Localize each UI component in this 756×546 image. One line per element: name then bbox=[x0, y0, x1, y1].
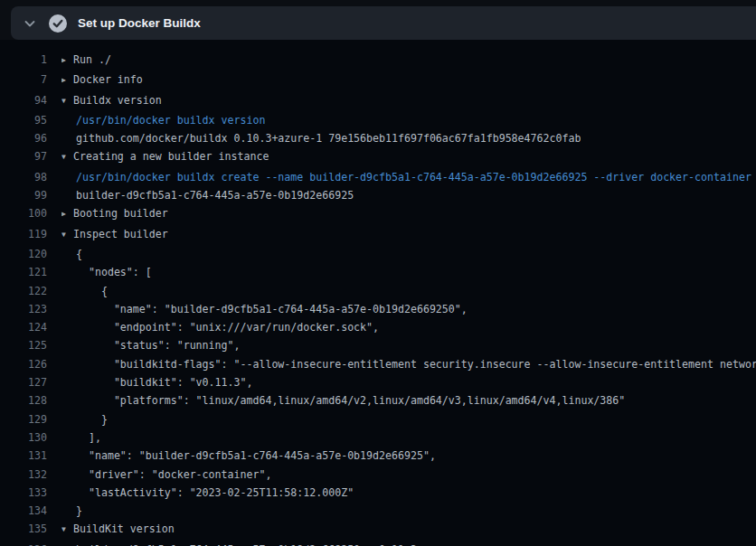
log-output-text: "name": "builder-d9cfb5a1-c764-445a-a57e… bbox=[76, 447, 436, 465]
line-number-link[interactable]: 135 bbox=[0, 520, 47, 540]
log-line: 133 "lastActivity": "2023-02-25T11:58:12… bbox=[0, 484, 756, 502]
log-output-text: "buildkit": "v0.11.3", bbox=[76, 373, 252, 391]
log-line: 98/usr/bin/docker buildx create --name b… bbox=[0, 168, 756, 186]
line-number-link[interactable]: 124 bbox=[0, 318, 47, 336]
line-number-link[interactable]: 129 bbox=[0, 410, 47, 428]
log-output-text: "status": "running", bbox=[76, 336, 240, 354]
log-group-row: 94▼Buildx version bbox=[0, 91, 756, 111]
line-number-link[interactable]: 136 bbox=[0, 541, 47, 546]
log-output-text: builder-d9cfb5a1-c764-445a-a57e-0b19d2e6… bbox=[76, 186, 354, 204]
log-group-label: Inspect builder bbox=[73, 228, 168, 240]
log-line: 96github.com/docker/buildx 0.10.3+azure-… bbox=[0, 129, 756, 147]
line-number-link[interactable]: 122 bbox=[0, 282, 47, 300]
log-group-toggle[interactable]: ▼Creating a new builder instance bbox=[61, 147, 269, 167]
log-group-label: Run ./ bbox=[73, 53, 111, 66]
line-number-link[interactable]: 133 bbox=[0, 484, 47, 502]
log-output-text: } bbox=[76, 502, 82, 520]
triangle-right-icon: ▶ bbox=[61, 52, 69, 70]
line-number-link[interactable]: 128 bbox=[0, 391, 47, 410]
line-number-link[interactable]: 131 bbox=[0, 447, 47, 465]
log-group-toggle[interactable]: ▼BuildKit version bbox=[61, 520, 175, 540]
log-output-text: ], bbox=[76, 428, 101, 447]
log-group-row: 100▶Booting builder bbox=[0, 204, 756, 224]
log-line: 122 { bbox=[0, 282, 756, 300]
log-group-row: 119▼Inspect builder bbox=[0, 225, 756, 245]
log-output-text: } bbox=[76, 410, 108, 428]
line-number-link[interactable]: 119 bbox=[0, 225, 47, 245]
line-number-link[interactable]: 134 bbox=[0, 502, 47, 520]
log-output-text: builder-d9cfb5a1-c764-445a-a57e-0b19d2e6… bbox=[76, 541, 417, 546]
log-group-row: 135▼BuildKit version bbox=[0, 520, 756, 540]
log-group-row: 7▶Docker info bbox=[0, 71, 756, 90]
log-group-label: BuildKit version bbox=[73, 522, 175, 535]
line-number-link[interactable]: 1 bbox=[0, 51, 47, 71]
log-group-label: Creating a new builder instance bbox=[73, 150, 269, 163]
line-number-link[interactable]: 123 bbox=[0, 300, 47, 318]
log-group-label: Buildx version bbox=[73, 94, 162, 107]
log-command-text: /usr/bin/docker buildx version bbox=[76, 111, 265, 129]
line-number-link[interactable]: 97 bbox=[0, 147, 47, 167]
triangle-right-icon: ▶ bbox=[61, 205, 69, 223]
line-number-link[interactable]: 132 bbox=[0, 466, 47, 484]
triangle-down-icon: ▼ bbox=[61, 521, 69, 539]
log-group-label: Docker info bbox=[73, 73, 143, 86]
log-line: 121 "nodes": [ bbox=[0, 263, 756, 281]
log-output-text: { bbox=[76, 282, 108, 300]
log-area: 1▶Run ./7▶Docker info94▼Buildx version95… bbox=[0, 40, 756, 546]
log-output-text: "lastActivity": "2023-02-25T11:58:12.000… bbox=[76, 484, 354, 502]
log-group-toggle[interactable]: ▶Docker info bbox=[61, 71, 143, 90]
line-number-link[interactable]: 120 bbox=[0, 245, 47, 263]
log-output-text: "name": "builder-d9cfb5a1-c764-445a-a57e… bbox=[76, 300, 468, 318]
log-command-text: /usr/bin/docker buildx create --name bui… bbox=[76, 168, 751, 186]
log-group-toggle[interactable]: ▶Run ./ bbox=[61, 51, 111, 71]
log-group-toggle[interactable]: ▼Buildx version bbox=[61, 91, 162, 111]
check-circle-icon bbox=[49, 14, 67, 33]
log-line: 95/usr/bin/docker buildx version bbox=[0, 111, 756, 129]
triangle-down-icon: ▼ bbox=[61, 148, 69, 166]
log-output-text: "buildkitd-flags": "--allow-insecure-ent… bbox=[76, 355, 756, 373]
step-title: Set up Docker Buildx bbox=[78, 16, 201, 30]
triangle-down-icon: ▼ bbox=[61, 92, 69, 110]
log-line: 125 "status": "running", bbox=[0, 336, 756, 354]
log-line: 127 "buildkit": "v0.11.3", bbox=[0, 373, 756, 391]
line-number-link[interactable]: 94 bbox=[0, 91, 47, 111]
log-group-label: Booting builder bbox=[73, 207, 168, 220]
log-group-toggle[interactable]: ▼Inspect builder bbox=[61, 225, 168, 245]
line-number-link[interactable]: 7 bbox=[0, 71, 47, 90]
log-line: 123 "name": "builder-d9cfb5a1-c764-445a-… bbox=[0, 300, 756, 318]
line-number-link[interactable]: 126 bbox=[0, 355, 47, 373]
log-output-text: "platforms": "linux/amd64,linux/amd64/v2… bbox=[76, 391, 625, 410]
log-lines: 1▶Run ./7▶Docker info94▼Buildx version95… bbox=[0, 51, 756, 546]
line-number-link[interactable]: 127 bbox=[0, 373, 47, 391]
log-output-text: github.com/docker/buildx 0.10.3+azure-1 … bbox=[76, 129, 581, 147]
line-number-link[interactable]: 100 bbox=[0, 204, 47, 224]
log-line: 126 "buildkitd-flags": "--allow-insecure… bbox=[0, 355, 756, 373]
line-number-link[interactable]: 98 bbox=[0, 168, 47, 186]
log-line: 132 "driver": "docker-container", bbox=[0, 466, 756, 484]
log-output-text: "driver": "docker-container", bbox=[76, 466, 271, 484]
log-line: 124 "endpoint": "unix:///var/run/docker.… bbox=[0, 318, 756, 336]
log-line: 129 } bbox=[0, 410, 756, 428]
line-number-link[interactable]: 99 bbox=[0, 186, 47, 204]
line-number-link[interactable]: 121 bbox=[0, 263, 47, 281]
log-line: 120{ bbox=[0, 245, 756, 263]
log-group-row: 97▼Creating a new builder instance bbox=[0, 147, 756, 167]
line-number-link[interactable]: 95 bbox=[0, 111, 47, 129]
log-line: 130 ], bbox=[0, 428, 756, 447]
log-line: 136builder-d9cfb5a1-c764-445a-a57e-0b19d… bbox=[0, 541, 756, 546]
log-output-text: { bbox=[76, 245, 82, 263]
line-number-link[interactable]: 96 bbox=[0, 129, 47, 147]
log-line: 131 "name": "builder-d9cfb5a1-c764-445a-… bbox=[0, 447, 756, 465]
log-group-toggle[interactable]: ▶Booting builder bbox=[61, 204, 168, 224]
chevron-down-icon[interactable] bbox=[18, 12, 42, 35]
line-number-link[interactable]: 125 bbox=[0, 336, 47, 354]
triangle-right-icon: ▶ bbox=[61, 71, 69, 89]
log-output-text: "nodes": [ bbox=[76, 263, 152, 281]
line-number-link[interactable]: 130 bbox=[0, 428, 47, 447]
log-group-row: 1▶Run ./ bbox=[0, 51, 756, 71]
step-header[interactable]: Set up Docker Buildx bbox=[11, 6, 756, 40]
log-line: 99builder-d9cfb5a1-c764-445a-a57e-0b19d2… bbox=[0, 186, 756, 204]
log-output-text: "endpoint": "unix:///var/run/docker.sock… bbox=[76, 318, 379, 336]
log-line: 134} bbox=[0, 502, 756, 520]
triangle-down-icon: ▼ bbox=[61, 226, 69, 244]
